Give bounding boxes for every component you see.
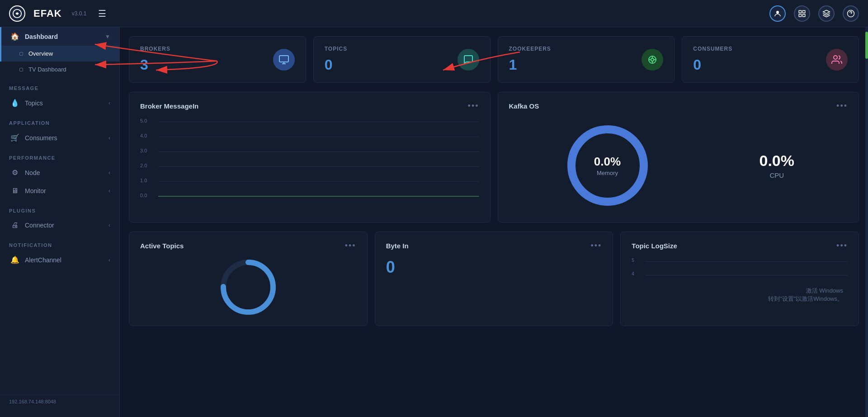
sidebar-item-overview[interactable]: Overview xyxy=(0,46,119,62)
svg-rect-5 xyxy=(803,14,805,16)
topics-icon-card xyxy=(458,49,479,71)
topic-logsize-card: Topic LogSize ••• 5 4 激活 Windows 转到"设置"以… xyxy=(620,232,859,326)
sidebar: 🏠 Dashboard ▼ Overview TV Dashboard MESS… xyxy=(0,27,120,417)
profile-icon-btn[interactable] xyxy=(769,5,786,22)
y-label-00: 0.0 xyxy=(140,193,147,198)
charts-row: Broker MessageIn ••• 5.0 4.0 3.0 2.0 1.0… xyxy=(129,92,859,223)
topics-stat-label: TOPICS xyxy=(325,46,347,52)
scrollbar-accent xyxy=(865,27,868,417)
svg-point-11 xyxy=(651,58,654,61)
consumers-label: Consumers xyxy=(25,134,103,142)
alertchannel-chevron: ‹ xyxy=(108,257,110,263)
broker-messagein-menu[interactable]: ••• xyxy=(468,101,479,111)
alertchannel-label: AlertChannel xyxy=(25,256,103,264)
ip-address: 192.168.74.148:8048 xyxy=(9,399,56,404)
topics-icon: 💧 xyxy=(10,99,19,107)
broker-messagein-card: Broker MessageIn ••• 5.0 4.0 3.0 2.0 1.0… xyxy=(129,92,491,223)
byte-in-menu[interactable]: ••• xyxy=(590,241,602,251)
stat-card-brokers: BROKERS 3 xyxy=(129,36,306,83)
overview-dot xyxy=(19,52,23,56)
section-message: MESSAGE xyxy=(0,77,119,94)
zookeepers-label: ZOOKEEPERS xyxy=(509,46,551,52)
svg-rect-2 xyxy=(799,10,801,13)
windows-watermark: 激活 Windows 转到"设置"以激活Windows。 xyxy=(768,287,843,303)
sidebar-item-node[interactable]: ⚙ Node ‹ xyxy=(0,163,119,182)
app-name: EFAK xyxy=(33,8,62,19)
node-chevron: ‹ xyxy=(108,170,110,176)
topic-logsize-menu[interactable]: ••• xyxy=(836,241,848,251)
memory-pct: 0.0% xyxy=(594,155,621,169)
memory-donut: 0.0% Memory xyxy=(562,120,653,211)
body-wrap: 🏠 Dashboard ▼ Overview TV Dashboard MESS… xyxy=(0,27,868,417)
y-label-10: 1.0 xyxy=(140,178,147,183)
status-bar: 192.168.74.148:8048 xyxy=(0,395,119,408)
sidebar-item-dashboard[interactable]: 🏠 Dashboard ▼ xyxy=(0,27,119,46)
sidebar-item-topics[interactable]: 💧 Topics ‹ xyxy=(0,94,119,112)
y-label-20: 2.0 xyxy=(140,163,147,168)
log-line-5 xyxy=(645,261,848,262)
kafka-os-menu[interactable]: ••• xyxy=(836,101,848,111)
svg-rect-4 xyxy=(799,14,801,16)
svg-point-1 xyxy=(776,11,779,14)
consumers-value: 0 xyxy=(693,57,732,73)
question-icon-btn[interactable] xyxy=(843,5,859,22)
consumers-icon: 🛒 xyxy=(10,133,19,142)
app-logo[interactable] xyxy=(9,5,25,22)
topic-logsize-title: Topic LogSize xyxy=(632,242,677,250)
dashboard-icon: 🏠 xyxy=(10,32,19,41)
app-version: v3.0.1 xyxy=(72,10,87,17)
connector-icon: 🖨 xyxy=(10,221,19,229)
broker-messagein-title: Broker MessageIn xyxy=(140,102,198,110)
consumers-chevron: ‹ xyxy=(108,135,110,141)
broker-messagein-chart: 5.0 4.0 3.0 2.0 1.0 0.0 xyxy=(140,118,479,213)
sidebar-item-connector[interactable]: 🖨 Connector ‹ xyxy=(0,216,119,234)
messagein-svg xyxy=(158,118,479,213)
log-line-4 xyxy=(645,275,848,275)
sidebar-item-monitor[interactable]: 🖥 Monitor ‹ xyxy=(0,182,119,200)
overview-label: Overview xyxy=(28,50,53,57)
zookeepers-value: 1 xyxy=(509,57,551,73)
node-icon: ⚙ xyxy=(10,168,19,177)
active-topics-menu[interactable]: ••• xyxy=(345,241,356,251)
scrollbar-thumb[interactable] xyxy=(865,32,868,59)
cpu-pct: 0.0% xyxy=(760,152,795,170)
svg-rect-10 xyxy=(279,56,288,62)
active-topics-donut xyxy=(140,258,356,317)
top-nav-left: EFAK v3.0.1 ☰ xyxy=(9,5,106,22)
grid-icon-btn[interactable] xyxy=(794,5,810,22)
active-topics-card: Active Topics ••• xyxy=(129,232,368,326)
consumers-stat-label: CONSUMERS xyxy=(693,46,732,52)
tv-dashboard-label: TV Dashboard xyxy=(28,66,66,73)
main-content: BROKERS 3 TOPICS 0 xyxy=(120,27,868,417)
log-y-5: 5 xyxy=(632,258,634,263)
topic-logsize-chart: 5 4 激活 Windows 转到"设置"以激活Windows。 xyxy=(632,258,848,317)
dashboard-chevron: ▼ xyxy=(105,33,110,40)
byte-in-title: Byte In xyxy=(386,242,409,250)
log-y-4: 4 xyxy=(632,271,634,276)
hamburger-icon[interactable]: ☰ xyxy=(98,8,106,19)
sidebar-item-tv-dashboard[interactable]: TV Dashboard xyxy=(0,62,119,77)
active-topics-svg xyxy=(219,258,278,317)
cpu-label: CPU xyxy=(760,171,795,179)
brokers-label: BROKERS xyxy=(140,46,170,52)
monitor-label: Monitor xyxy=(25,187,103,194)
section-notification: NOTIFICATION xyxy=(0,234,119,251)
stat-card-consumers: CONSUMERS 0 xyxy=(682,36,859,83)
section-plugins: PLUGINS xyxy=(0,200,119,216)
topics-value: 0 xyxy=(325,57,347,73)
sidebar-item-alertchannel[interactable]: 🔔 AlertChannel ‹ xyxy=(0,251,119,269)
topics-label: Topics xyxy=(25,100,103,107)
cube-icon-btn[interactable] xyxy=(818,5,835,22)
stat-cards-row: BROKERS 3 TOPICS 0 xyxy=(129,36,859,83)
brokers-icon xyxy=(273,49,295,71)
dashboard-label: Dashboard xyxy=(25,33,99,40)
alertchannel-icon: 🔔 xyxy=(10,256,19,264)
tv-dash-dot xyxy=(19,68,23,71)
section-performance: PERFORMANCE xyxy=(0,147,119,163)
sidebar-item-consumers[interactable]: 🛒 Consumers ‹ xyxy=(0,128,119,147)
monitor-chevron: ‹ xyxy=(108,188,110,194)
connector-label: Connector xyxy=(25,222,103,229)
cpu-area: 0.0% CPU xyxy=(760,152,795,179)
svg-rect-3 xyxy=(803,10,805,13)
svg-point-17 xyxy=(834,56,837,59)
